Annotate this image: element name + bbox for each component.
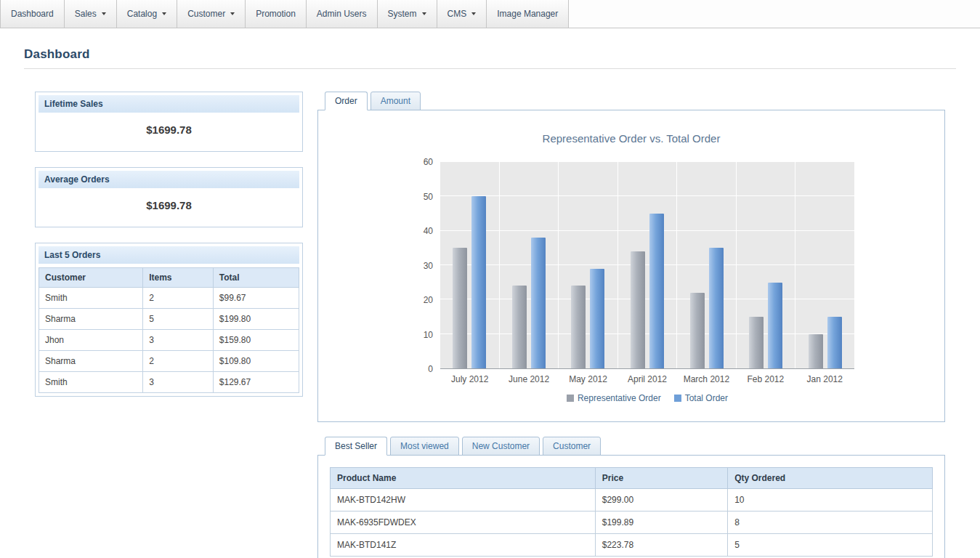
nav-item-system[interactable]: System [378, 0, 437, 28]
x-axis-label: May 2012 [559, 369, 617, 384]
chevron-down-icon [102, 12, 106, 15]
average-orders-value: $1699.78 [39, 188, 299, 224]
lifetime-sales-panel: Lifetime Sales $1699.78 [35, 92, 303, 152]
column-header-items: Items [143, 268, 214, 288]
table-cell: Sharma [39, 351, 143, 372]
column-header-price: Price [595, 468, 727, 489]
bar-total-order [827, 317, 842, 368]
table-cell: Smith [39, 372, 143, 393]
tab-customer[interactable]: Customer [543, 437, 601, 456]
top-nav: DashboardSalesCatalogCustomerPromotionAd… [0, 0, 980, 28]
tab-best-seller[interactable]: Best Seller [325, 437, 387, 456]
legend-label: Total Order [685, 393, 728, 403]
tab-new-customer[interactable]: New Customer [462, 437, 540, 456]
nav-item-sales[interactable]: Sales [65, 0, 117, 28]
nav-item-label: System [388, 9, 417, 19]
table-cell: 3 [143, 372, 214, 393]
table-cell: Jhon [39, 330, 143, 351]
nav-item-label: CMS [448, 9, 467, 19]
bar-total-order [590, 269, 604, 368]
table-cell: $159.80 [213, 330, 299, 351]
table-cell: MAK-BTD141Z [331, 534, 596, 557]
table-cell: MAK-BTD142HW [331, 489, 596, 512]
tab-amount[interactable]: Amount [370, 92, 421, 110]
table-cell: 5 [143, 309, 214, 330]
tab-order[interactable]: Order [325, 92, 368, 110]
y-axis-label: 20 [424, 294, 433, 306]
x-axis-label: April 2012 [617, 369, 676, 384]
page-title: Dashboard [24, 47, 956, 62]
table-cell: 3 [143, 330, 214, 351]
table-header-row: CustomerItemsTotal [39, 268, 299, 288]
table-cell: $299.00 [595, 489, 727, 512]
y-axis-label: 10 [424, 329, 433, 341]
legend-swatch [674, 395, 681, 402]
table-cell: 2 [143, 288, 214, 309]
title-divider [24, 68, 956, 69]
chart-category-group [677, 162, 737, 368]
nav-item-promotion[interactable]: Promotion [246, 0, 307, 28]
nav-item-catalog[interactable]: Catalog [117, 0, 177, 28]
bar-total-order [768, 283, 782, 368]
table-body: MAK-BTD142HW$299.0010MAK-6935FDWDEX$199.… [331, 489, 933, 557]
chevron-down-icon [230, 12, 235, 15]
column-header-customer: Customer [39, 268, 143, 288]
table-row: Jhon3$159.80 [39, 330, 299, 351]
table-cell: $223.78 [595, 534, 727, 557]
chevron-down-icon [162, 12, 166, 15]
table-row: MAK-BTD141Z$223.785 [331, 534, 933, 557]
average-orders-panel: Average Orders $1699.78 [35, 167, 303, 227]
legend-item: Representative Order [567, 393, 661, 403]
x-axis-label: July 2012 [440, 369, 499, 384]
x-axis-label: Feb 2012 [736, 369, 795, 384]
nav-item-customer[interactable]: Customer [177, 0, 246, 28]
last-orders-panel: Last 5 Orders CustomerItemsTotalSmith2$9… [35, 243, 303, 397]
y-axis-label: 30 [424, 260, 433, 272]
table-body: Smith2$99.67Sharma5$199.80Jhon3$159.80Sh… [39, 288, 299, 393]
legend-item: Total Order [674, 393, 728, 403]
chart-category-group [737, 162, 796, 368]
nav-item-image-manager[interactable]: Image Manager [487, 0, 569, 28]
nav-item-label: Image Manager [497, 9, 558, 19]
chart-category-group [559, 162, 618, 368]
chart-category-group [500, 162, 559, 368]
table-row: MAK-BTD142HW$299.0010 [331, 489, 933, 512]
table-cell: $199.89 [595, 512, 727, 534]
table-header-row: Product NamePriceQty Ordered [331, 468, 933, 489]
table-cell: 5 [728, 534, 933, 557]
chart-legend: Representative OrderTotal Order [440, 393, 854, 403]
bar-chart: 0102030405060 July 2012June 2012May 2012… [318, 162, 944, 403]
bar-total-order [471, 196, 486, 368]
legend-label: Representative Order [578, 393, 661, 403]
column-header-product-name: Product Name [331, 468, 596, 489]
nav-item-dashboard[interactable]: Dashboard [0, 0, 65, 28]
column-header-qty-ordered: Qty Ordered [728, 468, 933, 489]
bottom-tab-strip: Best SellerMost viewedNew CustomerCustom… [317, 437, 945, 456]
chart-plot [440, 162, 854, 369]
table-cell: 2 [143, 351, 214, 372]
chevron-down-icon [471, 12, 476, 15]
table-cell: 8 [728, 512, 933, 534]
table-cell: $129.67 [213, 372, 299, 393]
column-header-total: Total [213, 268, 299, 288]
best-seller-table: Product NamePriceQty OrderedMAK-BTD142HW… [330, 467, 933, 557]
chart-y-axis: 0102030405060 [408, 162, 436, 369]
nav-item-admin-users[interactable]: Admin Users [307, 0, 378, 28]
bar-representative-order [512, 286, 527, 368]
chart-category-group [618, 162, 678, 368]
x-axis-label: Jan 2012 [795, 369, 854, 384]
y-axis-label: 50 [424, 191, 433, 203]
nav-item-label: Dashboard [11, 9, 54, 19]
nav-item-cms[interactable]: CMS [437, 0, 487, 28]
bar-representative-order [809, 334, 823, 368]
chart-title: Representative Order vs. Total Order [318, 110, 944, 145]
table-head: Product NamePriceQty Ordered [331, 468, 933, 489]
chart-panel: Representative Order vs. Total Order 010… [317, 110, 945, 422]
legend-swatch [567, 395, 574, 402]
table-cell: Sharma [39, 309, 143, 330]
bar-representative-order [749, 317, 764, 368]
table-cell: MAK-6935FDWDEX [331, 512, 596, 534]
nav-item-label: Sales [75, 9, 97, 19]
table-head: CustomerItemsTotal [39, 268, 299, 288]
tab-most-viewed[interactable]: Most viewed [390, 437, 459, 456]
